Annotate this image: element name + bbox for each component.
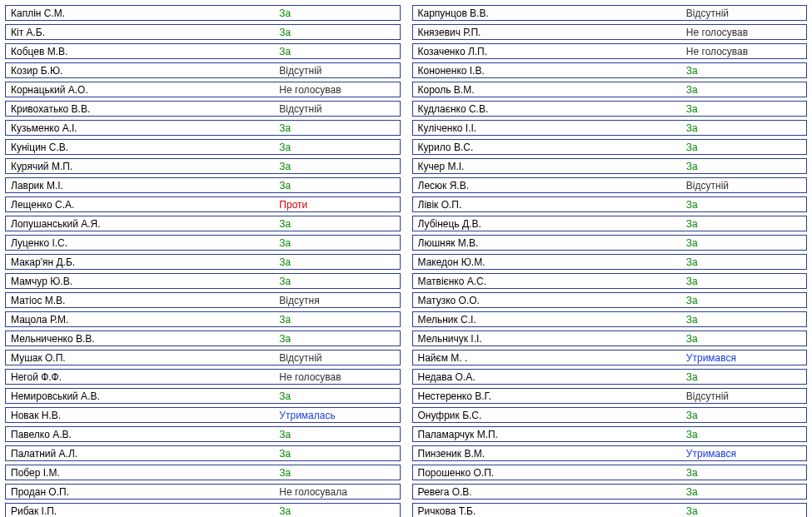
deputy-vote: За [279, 7, 394, 19]
deputy-vote: Відсутній [279, 103, 394, 115]
deputy-name: Козир Б.Ю. [11, 65, 279, 77]
vote-row: Павелко А.В.За [5, 426, 401, 442]
deputy-vote: За [686, 410, 801, 421]
deputy-vote: За [686, 65, 801, 77]
vote-row: Лесюк Я.В.Відсутній [412, 177, 808, 193]
deputy-name: Мельничук І.І. [418, 333, 686, 345]
vote-row: Рибак І.П.За [5, 503, 401, 517]
vote-row: Порошенко О.П.За [412, 465, 808, 480]
deputy-name: Ричкова Т.Б. [418, 505, 686, 517]
vote-row: Кудлаєнко С.В.За [412, 101, 808, 117]
deputy-name: Матвієнко А.С. [418, 276, 686, 287]
deputy-name: Куліченко І.І. [418, 122, 686, 134]
deputy-vote: За [686, 161, 801, 172]
vote-row: Князевич Р.П.Не голосував [412, 24, 808, 40]
deputy-vote: Відсутній [686, 7, 801, 19]
vote-row: Матвієнко А.С.За [412, 273, 808, 289]
deputy-name: Корнацький А.О. [11, 84, 279, 96]
vote-row: Козаченко Л.П.Не голосував [412, 43, 808, 59]
deputy-name: Мельниченко В.В. [11, 333, 279, 345]
deputy-vote: За [686, 142, 801, 153]
vote-row: Кононенко І.В.За [412, 62, 808, 78]
deputy-name: Люшняк М.В. [418, 237, 686, 249]
vote-row: Мельничук І.І.За [412, 331, 808, 346]
deputy-name: Кобцев М.В. [11, 46, 279, 57]
deputy-vote: За [279, 276, 394, 287]
vote-row: Луценко І.С.За [5, 235, 401, 251]
vote-row: Палатний А.Л.За [5, 445, 401, 461]
vote-row: Паламарчук М.П.За [412, 426, 808, 442]
deputy-name: Лівік О.П. [418, 199, 686, 211]
deputy-name: Луценко І.С. [11, 237, 279, 249]
deputy-name: Мацола Р.М. [11, 314, 279, 326]
deputy-vote: Утрималась [279, 410, 394, 421]
deputy-name: Лесюк Я.В. [418, 180, 686, 191]
vote-row: Король В.М.За [412, 82, 808, 97]
deputy-name: Негой Ф.Ф. [11, 371, 279, 383]
deputy-vote: За [279, 237, 394, 249]
deputy-vote: Відсутній [279, 352, 394, 364]
deputy-name: Лубінець Д.В. [418, 218, 686, 230]
deputy-name: Король В.М. [418, 84, 686, 96]
deputy-vote: Не голосувала [279, 486, 394, 498]
deputy-name: Матузко О.О. [418, 295, 686, 306]
deputy-vote: Відсутній [686, 390, 801, 402]
deputy-vote: За [686, 276, 801, 287]
deputy-name: Кучер М.І. [418, 161, 686, 172]
deputy-name: Новак Н.В. [11, 410, 279, 421]
deputy-name: Каплін С.М. [11, 7, 279, 19]
deputy-vote: За [686, 237, 801, 249]
vote-row: Продан О.П.Не голосувала [5, 484, 401, 500]
vote-row: Ричкова Т.Б.За [412, 503, 808, 517]
deputy-vote: Не голосував [686, 27, 801, 38]
vote-row: Курило В.С.За [412, 139, 808, 155]
vote-row: Кучер М.І.За [412, 158, 808, 174]
deputy-vote: За [686, 505, 801, 517]
deputy-name: Лопушанський А.Я. [11, 218, 279, 230]
vote-row: Немировський А.В.За [5, 388, 401, 404]
deputy-name: Павелко А.В. [11, 429, 279, 440]
vote-row: Мацола Р.М.За [5, 311, 401, 327]
deputy-vote: За [279, 161, 394, 172]
deputy-name: Курячий М.П. [11, 161, 279, 172]
deputy-vote: За [686, 371, 801, 383]
deputy-vote: За [279, 122, 394, 134]
vote-row: Корнацький А.О.Не голосував [5, 82, 401, 97]
deputy-vote: Утримався [686, 448, 801, 460]
deputy-name: Недава О.А. [418, 371, 686, 383]
deputy-vote: За [279, 390, 394, 402]
deputy-name: Паламарчук М.П. [418, 429, 686, 440]
vote-row: Кривохатько В.В.Відсутній [5, 101, 401, 117]
vote-row: Каплін С.М.За [5, 5, 401, 21]
deputy-name: Побер І.М. [11, 467, 279, 479]
deputy-vote: За [279, 333, 394, 345]
vote-row: Матузко О.О.За [412, 292, 808, 308]
deputy-name: Карпунцов В.В. [418, 7, 686, 19]
deputy-name: Курило В.С. [418, 142, 686, 153]
vote-row: Карпунцов В.В.Відсутній [412, 5, 808, 21]
vote-row: Матіос М.В.Відсутня [5, 292, 401, 308]
deputy-name: Продан О.П. [11, 486, 279, 498]
deputy-name: Рибак І.П. [11, 505, 279, 517]
vote-row: Лопушанський А.Я.За [5, 216, 401, 231]
deputy-vote: За [686, 256, 801, 268]
deputy-vote: За [686, 199, 801, 211]
deputy-name: Мамчур Ю.В. [11, 276, 279, 287]
vote-column-left: Каплін С.М.ЗаКіт А.Б.ЗаКобцев М.В.ЗаКози… [5, 5, 401, 517]
vote-row: Люшняк М.В.За [412, 235, 808, 251]
vote-row: Недава О.А.За [412, 369, 808, 385]
deputy-vote: За [279, 180, 394, 191]
vote-row: Побер І.М.За [5, 465, 401, 480]
deputy-vote: За [686, 314, 801, 326]
vote-row: Макар'ян Д.Б.За [5, 254, 401, 270]
deputy-vote: Не голосував [686, 46, 801, 57]
deputy-vote: Відсутній [279, 65, 394, 77]
deputy-vote: За [279, 46, 394, 57]
deputy-vote: За [279, 429, 394, 440]
deputy-vote: Не голосував [279, 84, 394, 96]
deputy-vote: За [279, 142, 394, 153]
vote-row: Мельниченко В.В.За [5, 331, 401, 346]
vote-row: Ревега О.В.За [412, 484, 808, 500]
deputy-vote: Не голосував [279, 371, 394, 383]
vote-row: Куніцин С.В.За [5, 139, 401, 155]
